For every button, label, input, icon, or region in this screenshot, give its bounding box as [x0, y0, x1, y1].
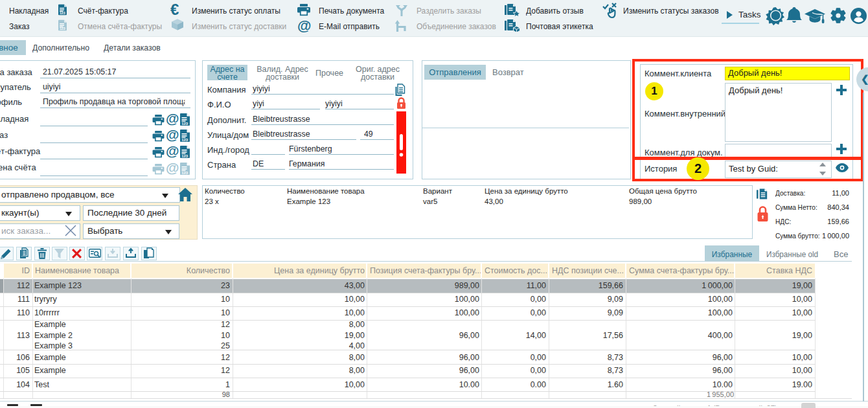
svg-text:123: 123: [181, 154, 188, 158]
svg-text:123: 123: [181, 122, 188, 126]
svg-text:123: 123: [60, 11, 65, 15]
svg-text:123: 123: [181, 171, 188, 175]
svg-text:123: 123: [181, 138, 188, 142]
svg-text:123: 123: [60, 27, 65, 30]
